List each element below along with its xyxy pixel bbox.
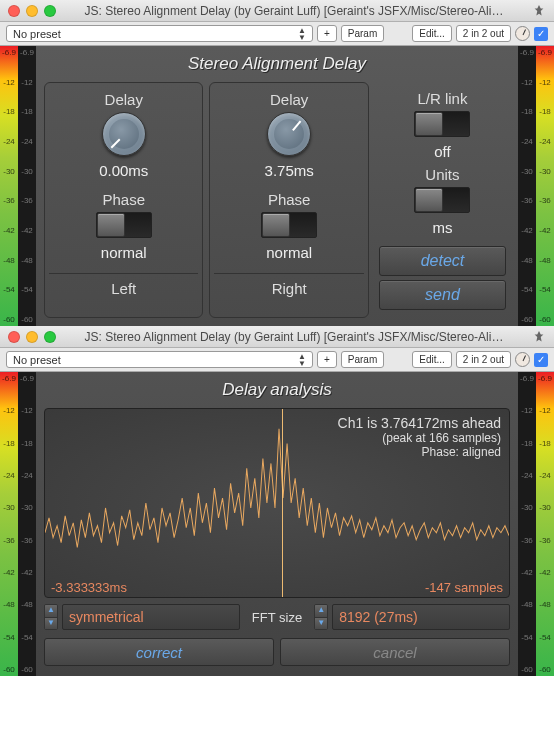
units-value: ms (379, 219, 506, 236)
send-button[interactable]: send (379, 280, 506, 310)
left-delay-knob[interactable] (102, 112, 146, 156)
window-title: JS: Stereo Alignment Delay (by Geraint L… (62, 330, 526, 344)
graph-result-labels: Ch1 is 3.764172ms ahead (peak at 166 sam… (338, 415, 501, 459)
add-button[interactable]: + (317, 25, 337, 42)
fft-stepper[interactable]: ▲▼ (314, 604, 328, 630)
mode-readout[interactable]: symmetrical (62, 604, 240, 630)
titlebar[interactable]: JS: Stereo Alignment Delay (by Geraint L… (0, 0, 554, 22)
input-meter-left-peak: -6.9-12-18-24-30-36-42-48-54-60 (18, 46, 36, 326)
right-phase-toggle[interactable] (261, 212, 317, 238)
preset-label: No preset (13, 354, 61, 366)
link-label: L/R link (379, 90, 506, 107)
peak-marker (282, 409, 283, 597)
close-icon[interactable] (8, 331, 20, 343)
plugin-content: Stereo Alignment Delay Delay 0.00ms Phas… (36, 46, 518, 326)
param-button[interactable]: Param (341, 351, 384, 368)
preset-dropdown[interactable]: No preset ▲▼ (6, 351, 313, 368)
chevron-up-icon[interactable]: ▲ (45, 605, 57, 618)
input-meter-left: -6.9-12-18-24-30-36-42-48-54-60 (0, 46, 18, 326)
minimize-icon[interactable] (26, 5, 38, 17)
graph-x-min: -3.333333ms (51, 580, 127, 595)
chevron-down-icon[interactable]: ▼ (315, 618, 327, 630)
fft-size-label: FFT size (244, 604, 310, 630)
routing-button[interactable]: 2 in 2 out (456, 25, 511, 42)
analysis-controls: ▲▼ symmetrical FFT size ▲▼ 8192 (27ms) (44, 604, 510, 630)
preset-label: No preset (13, 28, 61, 40)
output-meter-right: -6.9-12-18-24-30-36-42-48-54-60 (536, 46, 554, 326)
left-phase-label: Phase (49, 191, 198, 208)
add-button[interactable]: + (317, 351, 337, 368)
left-phase-toggle[interactable] (96, 212, 152, 238)
zoom-icon[interactable] (44, 5, 56, 17)
detect-button[interactable]: detect (379, 246, 506, 276)
status-indicator[interactable] (515, 26, 530, 41)
right-delay-label: Delay (214, 91, 363, 108)
chevron-up-icon[interactable]: ▲ (315, 605, 327, 618)
right-channel-label: Right (214, 273, 363, 297)
panel-right: Delay 3.75ms Phase normal Right (209, 82, 368, 318)
right-phase-value: normal (214, 244, 363, 261)
units-toggle[interactable] (414, 187, 470, 213)
input-meter-left-peak: -6.9-12-18-24-30-36-42-48-54-60 (18, 372, 36, 676)
left-phase-value: normal (49, 244, 198, 261)
result-main: Ch1 is 3.764172ms ahead (338, 415, 501, 431)
toolbar: No preset ▲▼ + Param Edit... 2 in 2 out … (0, 348, 554, 372)
output-meter-right: -6.9-12-18-24-30-36-42-48-54-60 (536, 372, 554, 676)
titlebar[interactable]: JS: Stereo Alignment Delay (by Geraint L… (0, 326, 554, 348)
plugin-body: -6.9-12-18-24-30-36-42-48-54-60 -6.9-12-… (0, 46, 554, 326)
cancel-button[interactable]: cancel (280, 638, 510, 666)
analysis-content: Delay analysis Ch1 is 3.764172ms ahead (… (36, 372, 518, 676)
chevron-down-icon[interactable]: ▼ (45, 618, 57, 630)
right-phase-label: Phase (214, 191, 363, 208)
link-value: off (379, 143, 506, 160)
right-delay-value: 3.75ms (214, 162, 363, 179)
mode-stepper[interactable]: ▲▼ (44, 604, 58, 630)
param-button[interactable]: Param (341, 25, 384, 42)
toolbar: No preset ▲▼ + Param Edit... 2 in 2 out … (0, 22, 554, 46)
pin-icon[interactable] (532, 4, 546, 18)
plugin-body: -6.9-12-18-24-30-36-42-48-54-60 -6.9-12-… (0, 372, 554, 676)
fft-readout[interactable]: 8192 (27ms) (332, 604, 510, 630)
status-indicator[interactable] (515, 352, 530, 367)
result-peak: (peak at 166 samples) (338, 431, 501, 445)
minimize-icon[interactable] (26, 331, 38, 343)
plugin-heading: Delay analysis (44, 380, 510, 400)
window-stereo-alignment: JS: Stereo Alignment Delay (by Geraint L… (0, 0, 554, 326)
chevron-updown-icon: ▲▼ (298, 353, 306, 367)
correct-button[interactable]: correct (44, 638, 274, 666)
zoom-icon[interactable] (44, 331, 56, 343)
plugin-heading: Stereo Alignment Delay (44, 54, 510, 74)
input-meter-left: -6.9-12-18-24-30-36-42-48-54-60 (0, 372, 18, 676)
window-delay-analysis: JS: Stereo Alignment Delay (by Geraint L… (0, 326, 554, 676)
preset-dropdown[interactable]: No preset ▲▼ (6, 25, 313, 42)
left-delay-value: 0.00ms (49, 162, 198, 179)
enable-checkbox[interactable]: ✓ (534, 353, 548, 367)
units-label: Units (379, 166, 506, 183)
output-meter-right-peak: -6.9-12-18-24-30-36-42-48-54-60 (518, 46, 536, 326)
left-delay-label: Delay (49, 91, 198, 108)
panel-left: Delay 0.00ms Phase normal Left (44, 82, 203, 318)
graph-x-max: -147 samples (425, 580, 503, 595)
link-toggle[interactable] (414, 111, 470, 137)
analysis-buttons: correct cancel (44, 638, 510, 666)
edit-button[interactable]: Edit... (412, 25, 452, 42)
window-title: JS: Stereo Alignment Delay (by Geraint L… (62, 4, 526, 18)
close-icon[interactable] (8, 5, 20, 17)
correlation-graph[interactable]: Ch1 is 3.764172ms ahead (peak at 166 sam… (44, 408, 510, 598)
chevron-updown-icon: ▲▼ (298, 27, 306, 41)
routing-button[interactable]: 2 in 2 out (456, 351, 511, 368)
result-phase: Phase: aligned (338, 445, 501, 459)
edit-button[interactable]: Edit... (412, 351, 452, 368)
left-channel-label: Left (49, 273, 198, 297)
enable-checkbox[interactable]: ✓ (534, 27, 548, 41)
output-meter-right-peak: -6.9-12-18-24-30-36-42-48-54-60 (518, 372, 536, 676)
right-delay-knob[interactable] (267, 112, 311, 156)
pin-icon[interactable] (532, 330, 546, 344)
panel-side: L/R link off Units ms detect send (375, 82, 510, 318)
